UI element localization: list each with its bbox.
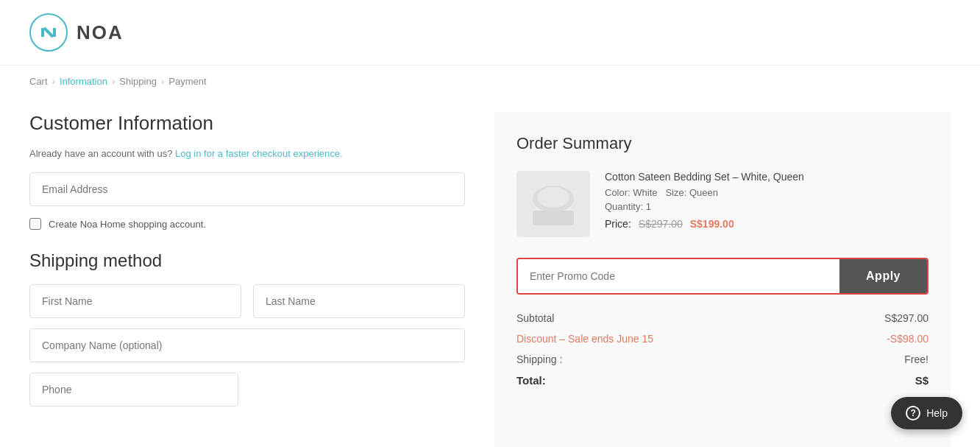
logo-text: NOA bbox=[77, 21, 124, 44]
shipping-method-title: Shipping method bbox=[29, 250, 465, 271]
product-image bbox=[516, 171, 590, 237]
help-icon: ? bbox=[906, 406, 920, 420]
customer-information-title: Customer Information bbox=[29, 112, 465, 135]
product-price-row: Price: S$297.00 S$199.00 bbox=[605, 218, 928, 230]
svg-rect-5 bbox=[533, 211, 574, 225]
subtotal-row: Subtotal S$297.00 bbox=[516, 312, 928, 324]
phone-input[interactable] bbox=[29, 373, 238, 406]
shipping-row: Shipping : Free! bbox=[516, 353, 928, 365]
order-summary-title: Order Summary bbox=[516, 134, 928, 153]
page-wrapper: NOA Cart › Information › Shipping › Paym… bbox=[0, 0, 980, 447]
price-label: Price: bbox=[605, 218, 631, 230]
email-field-row bbox=[29, 172, 465, 206]
create-account-label: Create Noa Home shopping account. bbox=[49, 219, 206, 230]
shipping-label: Shipping : bbox=[516, 353, 562, 365]
total-row: Total: S$ bbox=[516, 374, 928, 387]
discount-label: Discount – Sale ends June 15 bbox=[516, 333, 653, 345]
subtotal-label: Subtotal bbox=[516, 312, 554, 324]
left-column: Customer Information Already have an acc… bbox=[29, 112, 465, 447]
separator-2: › bbox=[112, 76, 115, 87]
subtotal-value: S$297.00 bbox=[884, 312, 928, 324]
breadcrumb-cart[interactable]: Cart bbox=[29, 76, 48, 87]
create-account-checkbox[interactable] bbox=[29, 218, 41, 230]
order-summary-panel: Order Summary Cotton Sateen Bedding Set … bbox=[494, 112, 951, 447]
main-layout: Customer Information Already have an acc… bbox=[0, 97, 980, 447]
product-row: Cotton Sateen Bedding Set – White, Queen… bbox=[516, 171, 928, 237]
svg-point-4 bbox=[537, 187, 569, 208]
product-color-size: Color: White Size: Queen bbox=[605, 187, 928, 198]
last-name-input[interactable] bbox=[253, 284, 465, 318]
discount-row: Discount – Sale ends June 15 -S$98.00 bbox=[516, 333, 928, 345]
sale-price: S$199.00 bbox=[690, 218, 734, 230]
promo-section: Apply bbox=[516, 258, 928, 295]
product-details: Cotton Sateen Bedding Set – White, Queen… bbox=[605, 171, 928, 230]
product-quantity: Quantity: 1 bbox=[605, 201, 928, 212]
promo-code-input[interactable] bbox=[518, 259, 839, 293]
help-label: Help bbox=[926, 407, 948, 419]
separator-1: › bbox=[52, 76, 55, 87]
already-account-text: Already have an account with us? Log in … bbox=[29, 148, 465, 159]
help-button[interactable]: ? Help bbox=[891, 397, 962, 429]
separator-3: › bbox=[161, 76, 164, 87]
breadcrumb-shipping[interactable]: Shipping bbox=[119, 76, 157, 87]
logo-wrapper: NOA bbox=[29, 13, 124, 52]
name-fields-row bbox=[29, 284, 465, 318]
company-field-row bbox=[29, 328, 465, 362]
total-label: Total: bbox=[516, 374, 546, 387]
first-name-input[interactable] bbox=[29, 284, 241, 318]
total-value: S$ bbox=[915, 374, 928, 387]
shipping-value: Free! bbox=[904, 353, 928, 365]
phone-field-row bbox=[29, 373, 465, 406]
email-input[interactable] bbox=[29, 172, 465, 206]
apply-button[interactable]: Apply bbox=[839, 259, 927, 293]
breadcrumb: Cart › Information › Shipping › Payment bbox=[0, 66, 980, 97]
company-input[interactable] bbox=[29, 328, 465, 362]
breadcrumb-payment[interactable]: Payment bbox=[168, 76, 206, 87]
login-link[interactable]: Log in for a faster checkout experience. bbox=[175, 148, 343, 159]
product-name: Cotton Sateen Bedding Set – White, Queen bbox=[605, 171, 928, 183]
header: NOA bbox=[0, 0, 980, 66]
discount-value: -S$98.00 bbox=[887, 333, 928, 345]
breadcrumb-information[interactable]: Information bbox=[60, 76, 107, 87]
original-price: S$297.00 bbox=[639, 218, 683, 230]
create-account-row: Create Noa Home shopping account. bbox=[29, 218, 465, 230]
svg-line-2 bbox=[44, 28, 53, 37]
logo-icon bbox=[29, 13, 68, 52]
